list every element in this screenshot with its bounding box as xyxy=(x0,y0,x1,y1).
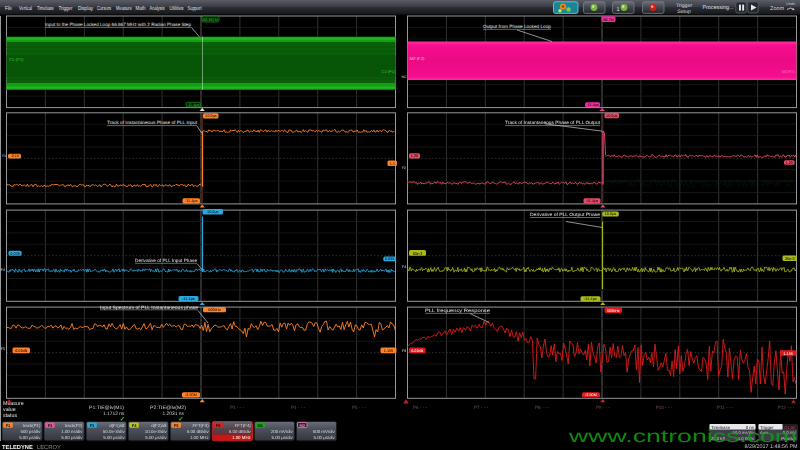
svg-text:10.0μs: 10.0μs xyxy=(605,212,617,216)
svg-text:M2(F2): M2(F2) xyxy=(782,69,796,74)
svg-text:P12 - - -: P12 - - - xyxy=(778,405,795,410)
svg-text:d(F2)/dt: d(F2)/dt xyxy=(151,423,167,428)
svg-text:Derivative of PLL Input Phase: Derivative of PLL Input Phase xyxy=(135,258,197,263)
svg-text:Setup: Setup xyxy=(677,9,691,15)
svg-text:Trigger: Trigger xyxy=(59,5,73,12)
svg-text:d(F1)/dt: d(F1)/dt xyxy=(109,423,125,428)
svg-text:Cursors: Cursors xyxy=(97,5,111,12)
svg-text:C1-(F1): C1-(F1) xyxy=(9,57,24,62)
svg-text:M1: M1 xyxy=(257,423,263,428)
svg-text:Output from Phase Locked Loop: Output from Phase Locked Loop xyxy=(483,24,551,29)
svg-text:track(P1): track(P1) xyxy=(23,423,41,428)
svg-text:5.00 dB/div: 5.00 dB/div xyxy=(187,429,210,434)
svg-text:1.00 ns/div: 1.00 ns/div xyxy=(61,429,83,434)
svg-text:Input to the Phase Locked Loop: Input to the Phase Locked Loop 66.667 MH… xyxy=(45,22,191,27)
svg-text:-11.4μs: -11.4μs xyxy=(187,103,200,107)
svg-text:Input Spectrum of PLL Instanta: Input Spectrum of PLL Instantaneous phas… xyxy=(100,305,198,310)
svg-text:-11.4μs: -11.4μs xyxy=(185,199,198,203)
svg-text:Timebase: Timebase xyxy=(37,5,54,12)
svg-text:66.667M: 66.667M xyxy=(203,18,218,22)
svg-text:10.0e-3/div: 10.0e-3/div xyxy=(145,429,168,434)
svg-text:Track of Instantaneous Phase o: Track of Instantaneous Phase of PLL Inpu… xyxy=(107,120,198,125)
svg-text:1.20: 1.20 xyxy=(786,161,793,165)
svg-text:P10 - - -: P10 - - - xyxy=(656,405,673,410)
svg-text:1.00 MHz: 1.00 MHz xyxy=(232,435,251,440)
svg-text:F3: F3 xyxy=(90,423,95,428)
svg-text:500 ps/div: 500 ps/div xyxy=(20,429,41,434)
svg-text:FFT(F4): FFT(F4) xyxy=(235,423,252,428)
svg-text:200 mV/div: 200 mV/div xyxy=(271,429,294,434)
svg-text:1.00 MHz: 1.00 MHz xyxy=(190,435,209,440)
svg-text:F4: F4 xyxy=(132,423,137,428)
svg-text:P9 - - -: P9 - - - xyxy=(596,405,611,410)
svg-text:-2.15: -2.15 xyxy=(10,154,19,158)
svg-text:Undo: Undo xyxy=(786,2,795,6)
svg-text:P4 - - -: P4 - - - xyxy=(291,405,306,410)
svg-text:Zoom: Zoom xyxy=(770,6,784,12)
svg-text:F5: F5 xyxy=(174,423,179,428)
svg-text:PLL frequency Response: PLL frequency Response xyxy=(425,308,491,313)
svg-text:-2.50M: -2.50M xyxy=(585,393,597,397)
svg-text:P2:TIE@lv(M2): P2:TIE@lv(M2) xyxy=(150,405,186,411)
svg-text:Vertical: Vertical xyxy=(19,5,32,12)
svg-text:F3: F3 xyxy=(1,268,5,272)
svg-text:www.cntronics.com: www.cntronics.com xyxy=(567,426,797,446)
svg-text:Processing...: Processing... xyxy=(702,5,733,11)
svg-text:P5 - - -: P5 - - - xyxy=(352,405,367,410)
svg-text:1.20: 1.20 xyxy=(411,154,418,158)
svg-text:-2.50M: -2.50M xyxy=(185,393,197,397)
svg-text:5.00 μs/div: 5.00 μs/div xyxy=(61,435,83,440)
svg-text:Derivative of PLL Output Phase: Derivative of PLL Output Phase xyxy=(530,212,600,217)
svg-text:50.0e-3/div: 50.0e-3/div xyxy=(103,429,126,434)
svg-text:500kHz: 500kHz xyxy=(607,309,620,313)
svg-text:P11 - - -: P11 - - - xyxy=(717,405,734,410)
svg-text:1.155: 1.155 xyxy=(384,349,394,353)
svg-text:5.00 dB/div: 5.00 dB/div xyxy=(229,429,252,434)
svg-text:C1-(F1): C1-(F1) xyxy=(382,69,396,74)
svg-text:P8 - - -: P8 - - - xyxy=(535,405,550,410)
svg-text:Math: Math xyxy=(136,5,146,12)
svg-text:1: 1 xyxy=(617,7,620,13)
svg-text:status: status xyxy=(3,413,17,419)
svg-text:1.1: 1.1 xyxy=(390,162,395,166)
svg-text:Analysis: Analysis xyxy=(150,5,165,12)
svg-text:File: File xyxy=(5,5,12,12)
svg-text:Measure: Measure xyxy=(116,6,132,12)
svg-text:Support: Support xyxy=(188,5,202,12)
svg-text:-11.4μs: -11.4μs xyxy=(182,297,195,301)
svg-text:10.0μs: 10.0μs xyxy=(205,114,217,118)
svg-text:F5: F5 xyxy=(1,347,5,351)
svg-text:M2-(F2): M2-(F2) xyxy=(410,56,425,61)
svg-text:P3 - - -: P3 - - - xyxy=(230,405,245,410)
svg-text:F8: F8 xyxy=(216,423,221,428)
svg-text:LECROY: LECROY xyxy=(37,444,61,450)
svg-text:500 mV/div: 500 mV/div xyxy=(313,429,336,434)
svg-text:35e-3: 35e-3 xyxy=(785,257,795,261)
svg-text:5.00 μs/div: 5.00 μs/div xyxy=(145,435,167,440)
svg-text:F4: F4 xyxy=(402,265,406,269)
svg-text:-11.4μs: -11.4μs xyxy=(586,103,599,107)
svg-text:Utilities: Utilities xyxy=(170,5,184,12)
svg-text:TELEDYNE: TELEDYNE xyxy=(2,445,33,450)
svg-text:10.0μs: 10.0μs xyxy=(606,114,618,118)
svg-text:5.00 μs/div: 5.00 μs/div xyxy=(271,435,293,440)
svg-text:-11.4μs: -11.4μs xyxy=(584,297,597,301)
svg-text:6.02dB: 6.02dB xyxy=(15,349,28,353)
svg-text:NC: NC xyxy=(402,75,408,79)
svg-text:10.0μs: 10.0μs xyxy=(207,210,219,214)
svg-text:P1:TIE@lv(M1): P1:TIE@lv(M1) xyxy=(89,405,124,411)
svg-text:1.155: 1.155 xyxy=(783,352,793,356)
svg-text:FFT(F3): FFT(F3) xyxy=(193,423,210,428)
svg-text:-11.4μs: -11.4μs xyxy=(586,199,599,203)
svg-text:500kHz: 500kHz xyxy=(208,308,221,312)
svg-text:Display: Display xyxy=(78,5,93,12)
svg-text:F1: F1 xyxy=(6,423,11,428)
svg-text:track(P2): track(P2) xyxy=(65,423,83,428)
svg-text:5.00 μs/div: 5.00 μs/div xyxy=(19,435,41,440)
svg-text:M2: M2 xyxy=(300,423,306,428)
svg-text:P7 - - -: P7 - - - xyxy=(474,405,489,410)
svg-text:66.7M: 66.7M xyxy=(603,18,614,22)
svg-text:5.00 μs/div: 5.00 μs/div xyxy=(103,435,125,440)
svg-text:0.035: 0.035 xyxy=(385,257,395,261)
svg-text:F2: F2 xyxy=(48,423,53,428)
